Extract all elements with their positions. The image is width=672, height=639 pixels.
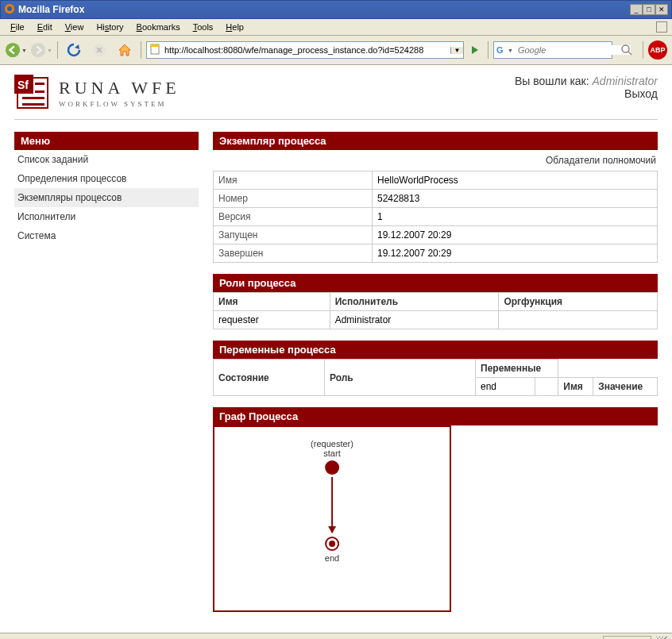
menu-edit[interactable]: Edit: [32, 21, 58, 33]
toolbar-separator: [57, 41, 58, 59]
end-node-icon: [325, 537, 339, 551]
start-label: start: [311, 448, 353, 458]
statusbar: Done Adblock: [0, 633, 672, 639]
svg-rect-6: [151, 44, 159, 47]
minimize-button[interactable]: _: [630, 4, 643, 15]
sidebar-item-tasks[interactable]: Список заданий: [14, 150, 199, 169]
close-button[interactable]: ✕: [655, 4, 668, 15]
instance-name-label: Имя: [214, 171, 373, 190]
instance-ended: 19.12.2007 20:29: [373, 244, 658, 263]
url-input[interactable]: [163, 45, 450, 55]
roles-header-name: Имя: [214, 293, 330, 311]
menu-bookmarks[interactable]: Bookmarks: [131, 21, 186, 33]
search-input[interactable]: [516, 45, 631, 55]
home-button[interactable]: [114, 39, 136, 61]
menubar: File Edit View History Bookmarks Tools H…: [0, 19, 672, 36]
instance-started: 19.12.2007 20:29: [373, 226, 658, 244]
menu-history[interactable]: History: [91, 21, 129, 33]
arrow-icon: [331, 477, 333, 533]
vars-state: end: [476, 378, 535, 396]
window-titlebar: Mozilla Firefox _ □ ✕: [0, 0, 672, 19]
svg-rect-13: [35, 83, 44, 85]
chevron-down-icon: ▼: [21, 48, 27, 53]
roles-title: Роли процесса: [213, 274, 658, 292]
toolbar-separator: [643, 41, 643, 59]
svg-point-2: [6, 43, 20, 57]
logout-link[interactable]: Выход: [515, 87, 658, 100]
instance-started-label: Запущен: [214, 226, 373, 244]
google-icon: G ▼: [494, 45, 516, 56]
page-content: Sf RUNA WFE WORKFLOW SYSTEM Вы вошли как…: [0, 65, 672, 633]
start-role-label: (requester): [311, 439, 353, 448]
toolbar: ▼ ▼ ▼ G ▼ ABP: [0, 36, 672, 65]
vars-header-state: Состояние: [214, 360, 325, 396]
logged-in-as: Вы вошли как: Administrator: [515, 75, 658, 87]
end-label: end: [311, 553, 353, 563]
svg-rect-15: [22, 97, 44, 99]
logo-icon: Sf: [14, 75, 51, 111]
svg-point-8: [622, 45, 629, 52]
vars-header-value: Значение: [593, 378, 658, 396]
url-dropdown[interactable]: ▼: [450, 47, 463, 54]
svg-rect-14: [35, 90, 44, 93]
resize-grip-icon[interactable]: [656, 637, 667, 640]
logo: Sf RUNA WFE WORKFLOW SYSTEM: [14, 75, 180, 111]
svg-point-3: [31, 43, 45, 57]
sidebar-item-definitions[interactable]: Определения процессов: [14, 169, 199, 188]
firefox-icon: [4, 3, 15, 16]
maximize-button[interactable]: □: [643, 4, 655, 15]
forward-button[interactable]: ▼: [30, 39, 52, 61]
instance-id-label: Номер: [214, 190, 373, 208]
instance-ended-label: Завершен: [214, 244, 373, 263]
stop-button[interactable]: [88, 39, 110, 61]
role-executor: Administrator: [330, 311, 499, 329]
page-header: Sf RUNA WFE WORKFLOW SYSTEM Вы вошли как…: [14, 75, 658, 120]
adblock-button[interactable]: Adblock: [603, 636, 651, 640]
vars-role: [535, 378, 558, 396]
status-text: Done: [5, 636, 29, 640]
roles-header-orgfunc: Оргфункция: [499, 293, 658, 311]
svg-line-9: [628, 52, 631, 55]
url-bar[interactable]: ▼: [146, 41, 464, 59]
toolbar-separator: [488, 41, 489, 59]
menu-tools[interactable]: Tools: [187, 21, 219, 33]
logo-subtitle: WORKFLOW SYSTEM: [59, 100, 180, 108]
menu-help[interactable]: Help: [220, 21, 249, 33]
adblock-plus-icon[interactable]: ABP: [648, 40, 667, 60]
svg-text:Sf: Sf: [17, 79, 29, 91]
back-button[interactable]: ▼: [5, 39, 27, 61]
search-button[interactable]: [616, 39, 638, 61]
sidebar-item-system[interactable]: Система: [14, 226, 199, 245]
instance-version: 1: [373, 208, 658, 226]
vars-header-vars: Переменные: [476, 360, 558, 378]
chevron-down-icon[interactable]: ▼: [508, 48, 513, 53]
menu-view[interactable]: View: [60, 21, 90, 33]
vars-section: Переменные процесса Состояние Роль Перем…: [213, 341, 658, 396]
table-row: requester Administrator: [214, 311, 658, 329]
svg-point-1: [7, 6, 12, 11]
window-title: Mozilla Firefox: [18, 4, 84, 15]
reload-button[interactable]: [63, 39, 85, 61]
permissions-link[interactable]: Обладатели полномочий: [213, 150, 658, 171]
vars-title: Переменные процесса: [213, 341, 658, 359]
instance-name: HelloWorldProcess: [373, 171, 658, 190]
sidebar-menu: Список заданий Определения процессов Экз…: [14, 150, 199, 245]
roles-section: Роли процесса Имя Исполнитель Оргфункция…: [213, 274, 658, 329]
go-button[interactable]: [467, 41, 483, 59]
instance-section: Экземпляр процесса Обладатели полномочий…: [213, 132, 658, 263]
roles-table: Имя Исполнитель Оргфункция requester Adm…: [213, 292, 658, 329]
svg-rect-16: [22, 103, 44, 106]
instance-table: ИмяHelloWorldProcess Номер52428813 Верси…: [213, 171, 658, 263]
role-name: requester: [214, 311, 330, 329]
sidebar-item-executors[interactable]: Исполнители: [14, 207, 199, 226]
menu-file[interactable]: File: [5, 21, 30, 33]
logo-title: RUNA WFE: [59, 78, 180, 98]
role-orgfunc: [499, 311, 658, 329]
sidebar-title: Меню: [14, 132, 199, 150]
search-box[interactable]: G ▼: [493, 41, 612, 59]
sidebar-item-instances[interactable]: Экземпляры процессов: [14, 188, 199, 207]
svg-text:G: G: [496, 45, 504, 55]
graph-section: Граф Процесса (requester) start end: [213, 407, 658, 612]
toolbar-separator: [141, 41, 141, 59]
menubar-restore-icon[interactable]: [656, 21, 667, 33]
